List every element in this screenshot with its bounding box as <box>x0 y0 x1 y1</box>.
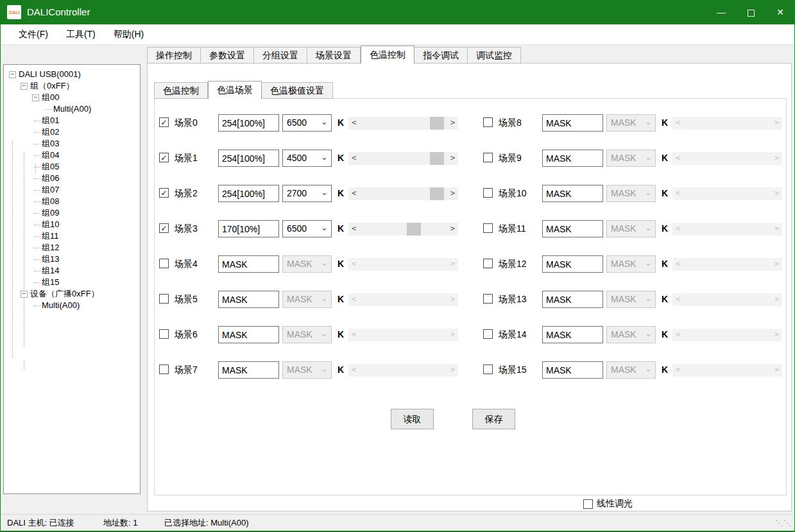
maximize-button[interactable] <box>736 0 765 24</box>
scroll-right-icon[interactable]: > <box>447 187 458 200</box>
scene-level-input[interactable] <box>218 326 279 343</box>
tree-item-group09[interactable]: 组09 <box>4 207 140 219</box>
subtab-color-temp-control[interactable]: 色温控制 <box>154 82 208 99</box>
scrollbar-thumb[interactable] <box>407 223 421 236</box>
scene-cct-combo[interactable]: 2700⌄ <box>282 185 332 202</box>
scene-checkbox[interactable]: ✓ <box>159 117 169 127</box>
menu-help[interactable]: 帮助(H) <box>105 26 153 44</box>
scene-checkbox[interactable] <box>483 223 493 233</box>
scroll-right-icon: > <box>447 364 458 377</box>
scroll-left-icon[interactable]: < <box>348 187 359 200</box>
tab-debug-monitor[interactable]: 调试监控 <box>468 47 521 64</box>
scene-level-input[interactable] <box>542 255 603 273</box>
scene-scrollbar[interactable]: <> <box>348 117 458 130</box>
tree-item-device-broadcast[interactable]: −设备（广播0xFF） <box>4 288 140 300</box>
tab-parameter-settings[interactable]: 参数设置 <box>201 47 254 64</box>
tree-item-group12[interactable]: 组12 <box>4 242 140 253</box>
collapse-icon[interactable]: − <box>9 71 16 78</box>
scene-checkbox[interactable]: ✓ <box>159 153 169 162</box>
scroll-right-icon[interactable]: > <box>447 152 458 165</box>
scene-level-input[interactable] <box>542 220 603 237</box>
close-button[interactable]: ✕ <box>765 0 795 24</box>
scroll-right-icon[interactable]: > <box>447 117 458 130</box>
scene-level-input[interactable] <box>542 185 603 202</box>
scene-level-input[interactable] <box>542 150 603 167</box>
scene-checkbox[interactable] <box>159 365 169 374</box>
tree-item-multi-broadcast[interactable]: Multi(A00) <box>4 300 140 311</box>
resize-grip-icon[interactable]: ⋱⋱ <box>775 515 792 530</box>
tree-item-group07[interactable]: 组07 <box>4 184 140 196</box>
linear-dimming-checkbox[interactable] <box>583 499 593 509</box>
scene-checkbox[interactable] <box>159 294 169 304</box>
scene-scrollbar[interactable]: <> <box>348 223 458 236</box>
scene-checkbox[interactable]: ✓ <box>159 223 169 233</box>
scene-scrollbar[interactable]: <> <box>348 152 458 165</box>
scene-level-input[interactable] <box>218 185 279 202</box>
tree-item-group14[interactable]: 组14 <box>4 265 140 277</box>
save-button[interactable]: 保存 <box>472 409 515 429</box>
scene-cct-combo[interactable]: 6500⌄ <box>282 220 332 237</box>
tree-item-multi[interactable]: Multi(A00) <box>4 103 140 115</box>
tree-item-group13[interactable]: 组13 <box>4 253 140 265</box>
scene-level-input[interactable] <box>542 361 603 379</box>
tree-item-group02[interactable]: 组02 <box>4 126 140 138</box>
menu-file[interactable]: 文件(F) <box>10 26 57 44</box>
scene-checkbox[interactable] <box>159 329 169 339</box>
chevron-down-icon: ⌄ <box>645 115 652 129</box>
scene-level-input[interactable] <box>218 150 279 167</box>
tab-operation-control[interactable]: 操作控制 <box>147 47 201 64</box>
menu-tools[interactable]: 工具(T) <box>57 26 105 44</box>
scrollbar-thumb[interactable] <box>430 117 444 130</box>
subtab-color-temp-scene[interactable]: 色温场景 <box>208 81 262 99</box>
scene-cct-combo[interactable]: 4500⌄ <box>282 150 332 167</box>
scene-checkbox[interactable] <box>159 259 169 268</box>
tab-grouping-settings[interactable]: 分组设置 <box>254 47 307 64</box>
scroll-left-icon[interactable]: < <box>348 223 359 236</box>
tab-scene-settings[interactable]: 场景设置 <box>307 47 361 64</box>
collapse-icon[interactable]: − <box>21 291 28 298</box>
collapse-icon[interactable]: − <box>32 94 39 101</box>
tree-item-group01[interactable]: 组01 <box>4 115 140 126</box>
scroll-right-icon[interactable]: > <box>447 223 458 236</box>
scene-level-input[interactable] <box>542 114 603 132</box>
scene-scrollbar[interactable]: <> <box>348 187 458 200</box>
scene-checkbox[interactable] <box>483 188 493 198</box>
tree-item-group15[interactable]: 组15 <box>4 277 140 288</box>
scene-level-input[interactable] <box>218 255 279 273</box>
tree-item-group10[interactable]: 组10 <box>4 219 140 230</box>
scene-level-input[interactable] <box>218 291 279 308</box>
scene-checkbox[interactable] <box>483 153 493 162</box>
scene-checkbox[interactable] <box>483 294 493 304</box>
tree-item-group-root[interactable]: −组（0xFF） <box>4 80 140 92</box>
scroll-left-icon[interactable]: < <box>348 117 359 130</box>
tree-item-group08[interactable]: 组08 <box>4 196 140 207</box>
scroll-right-icon: > <box>771 293 782 306</box>
collapse-icon[interactable]: − <box>21 83 28 90</box>
scrollbar-thumb[interactable] <box>430 187 444 200</box>
scrollbar-thumb[interactable] <box>430 152 444 165</box>
scene-level-input[interactable] <box>218 361 279 379</box>
tab-color-temp-control[interactable]: 色温控制 <box>361 46 415 64</box>
tree-item-group04[interactable]: 组04 <box>4 150 140 161</box>
read-button[interactable]: 读取 <box>391 409 434 429</box>
tree-item-group06[interactable]: 组06 <box>4 173 140 184</box>
tree-item-group00[interactable]: −组00 <box>4 92 140 103</box>
scene-level-input[interactable] <box>542 291 603 308</box>
scene-checkbox[interactable] <box>483 259 493 268</box>
scene-level-input[interactable] <box>542 326 603 343</box>
scene-checkbox[interactable]: ✓ <box>159 188 169 198</box>
scene-level-input[interactable] <box>218 114 279 132</box>
tree-item-group11[interactable]: 组11 <box>4 230 140 242</box>
scene-checkbox[interactable] <box>483 117 493 127</box>
scene-level-input[interactable] <box>218 220 279 237</box>
scene-checkbox[interactable] <box>483 365 493 374</box>
tree-item-group03[interactable]: 组03 <box>4 138 140 150</box>
tree-item-root[interactable]: −DALI USB(0001) <box>4 69 140 80</box>
subtab-color-temp-limits[interactable]: 色温极值设置 <box>262 82 333 99</box>
scroll-left-icon[interactable]: < <box>348 152 359 165</box>
minimize-button[interactable]: — <box>706 0 736 24</box>
tree-item-group05[interactable]: 组05 <box>4 161 140 173</box>
tab-command-debug[interactable]: 指令调试 <box>415 47 468 64</box>
scene-checkbox[interactable] <box>483 329 493 339</box>
scene-cct-combo[interactable]: 6500⌄ <box>282 114 332 132</box>
